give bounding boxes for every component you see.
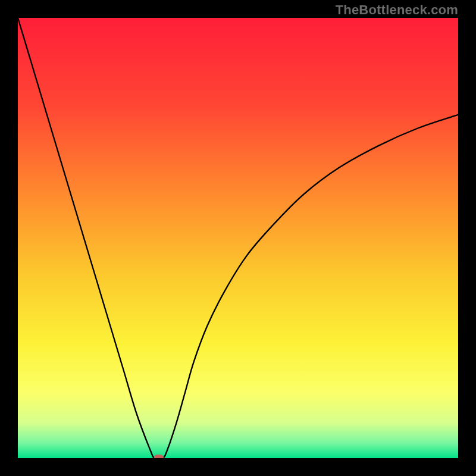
- bottleneck-curve: [18, 18, 458, 458]
- watermark-text: TheBottleneck.com: [336, 2, 458, 18]
- curve-layer: [18, 18, 458, 458]
- minimum-marker: [154, 455, 164, 458]
- chart-frame: TheBottleneck.com: [0, 0, 476, 476]
- plot-area: [18, 18, 458, 458]
